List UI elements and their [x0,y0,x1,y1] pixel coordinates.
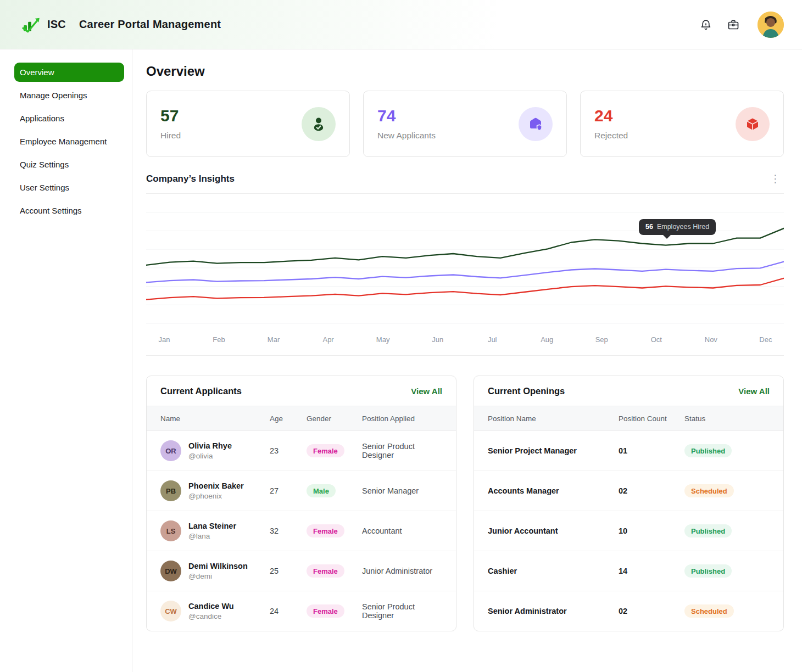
opening-row[interactable]: Junior Accountant 10 Published [474,511,783,551]
col-age: Age [270,415,307,423]
insights-title: Company’s Insights [146,173,235,184]
applicant-name: Olivia Rhye [188,441,232,450]
chart-series-rejected [146,278,784,300]
opening-row[interactable]: Senior Administrator 02 Scheduled [474,591,783,631]
axis-label-oct: Oct [648,335,665,344]
applicant-avatar: PB [160,480,181,501]
status-badge: Published [684,564,732,578]
stat-card: 57 Hired [146,91,350,157]
kebab-menu-icon[interactable]: ⋮ [767,172,784,185]
brand: ISC Career Portal Management [22,15,221,34]
month-axis: JanFebMarAprMayJunJulAugSepOctNovDec [146,323,784,356]
user-check-icon [302,107,336,141]
axis-label-dec: Dec [758,335,774,344]
opening-position-count: 01 [619,446,684,455]
home-shield-icon [519,107,553,141]
tooltip-value: 56 [645,223,653,231]
card-head: Current Applicants View All [147,376,456,406]
cube-icon [736,107,770,141]
sidebar-item-manage-openings[interactable]: Manage Openings [14,86,124,105]
axis-label-may: May [375,335,391,344]
page-title: Overview [146,64,784,79]
opening-row[interactable]: Accounts Manager 02 Scheduled [474,471,783,511]
axis-label-apr: Apr [320,335,337,344]
applicant-name-cell: OR Olivia Rhye @olivia [160,440,270,461]
stat-label: Rejected [594,131,628,141]
col-name: Name [160,415,270,423]
applicant-position: Senior Manager [362,486,442,495]
sidebar-item-employee-management[interactable]: Employee Management [14,132,124,151]
sidebar-item-quiz-settings[interactable]: Quiz Settings [14,155,124,174]
stat-label: Hired [160,131,181,141]
stat-value: 24 [594,108,628,124]
openings-body: Senior Project Manager 01 PublishedAccou… [474,431,783,631]
opening-position-count: 14 [619,567,684,575]
sidebar-nav: OverviewManage OpeningsApplicationsEmplo… [0,49,132,672]
applicant-avatar: LS [160,520,181,541]
applicants-column-headers: NameAgeGenderPosition Applied [147,406,456,431]
briefcase-icon[interactable] [727,18,740,31]
sidebar-item-overview[interactable]: Overview [14,63,124,82]
applicant-name-cell: CW Candice Wu @candice [160,601,270,621]
opening-position-name: Cashier [488,567,619,575]
applicant-position: Senior Product Designer [362,602,442,620]
opening-row[interactable]: Senior Project Manager 01 Published [474,431,783,471]
applicant-handle: @candice [188,612,234,620]
applicant-age: 23 [270,446,307,455]
stat-value: 74 [377,108,436,124]
applicant-name-cell: LS Lana Steiner @lana [160,520,270,541]
card-title: Current Applicants [160,386,242,396]
tables-row: Current Applicants View All NameAgeGende… [146,376,784,631]
card-title: Current Openings [488,386,565,396]
opening-row[interactable]: Cashier 14 Published [474,551,783,591]
applicant-handle: @olivia [188,452,232,460]
main-content: Overview 57 Hired 74 N [132,49,802,672]
applicant-name: Phoenix Baker [188,481,244,490]
stats-row: 57 Hired 74 New Applicants [146,91,784,157]
current-openings-card: Current Openings View All Position NameP… [474,376,784,631]
applicants-body: OR Olivia Rhye @olivia 23 Female Senior … [147,431,456,631]
applicant-avatar: OR [160,440,181,461]
sidebar-item-user-settings[interactable]: User Settings [14,178,124,197]
applicant-age: 25 [270,567,307,575]
opening-position-name: Junior Accountant [488,527,619,535]
applicant-name-cell: PB Phoenix Baker @phoenix [160,480,270,501]
card-head: Current Openings View All [474,376,783,406]
view-all-openings-link[interactable]: View All [738,387,770,396]
col-status: Status [684,415,770,423]
applicant-handle: @lana [188,532,236,540]
applicant-row[interactable]: PB Phoenix Baker @phoenix 27 Male Senior… [147,471,456,511]
applicant-row[interactable]: DW Demi Wilkinson @demi 25 Female Junior… [147,551,456,591]
applicant-name-cell: DW Demi Wilkinson @demi [160,561,270,581]
insights-header: Company’s Insights ⋮ [146,172,784,185]
axis-label-aug: Aug [539,335,555,344]
status-badge: Scheduled [684,484,734,497]
opening-position-name: Senior Project Manager [488,446,619,455]
sidebar-item-applications[interactable]: Applications [14,109,124,128]
col-position-name: Position Name [488,415,619,423]
applicant-avatar: CW [160,601,181,621]
axis-label-nov: Nov [703,335,719,344]
opening-position-count: 10 [619,527,684,535]
sidebar-item-account-settings[interactable]: Account Settings [14,201,124,220]
applicant-row[interactable]: LS Lana Steiner @lana 32 Female Accounta… [147,511,456,551]
view-all-applicants-link[interactable]: View All [411,387,442,396]
applicant-position: Accountant [362,527,442,535]
header-actions [699,12,784,38]
applicant-row[interactable]: CW Candice Wu @candice 24 Female Senior … [147,591,456,631]
applicant-name: Lana Steiner [188,522,236,530]
app-header: ISC Career Portal Management [0,0,802,49]
user-avatar[interactable] [758,12,784,38]
gender-badge: Female [307,444,344,457]
axis-label-jun: Jun [430,335,446,344]
app-title: Career Portal Management [79,18,221,31]
col-gender: Gender [307,415,362,423]
tooltip-label: Employees Hired [657,223,709,231]
applicant-handle: @demi [188,572,248,580]
gender-badge: Female [307,564,344,578]
axis-label-mar: Mar [265,335,282,344]
applicant-row[interactable]: OR Olivia Rhye @olivia 23 Female Senior … [147,431,456,471]
insights-chart [146,194,784,323]
insights-chart-area[interactable]: 56 Employees Hired JanFebMarAprMayJunJul… [146,193,784,356]
bell-icon[interactable] [699,18,712,31]
